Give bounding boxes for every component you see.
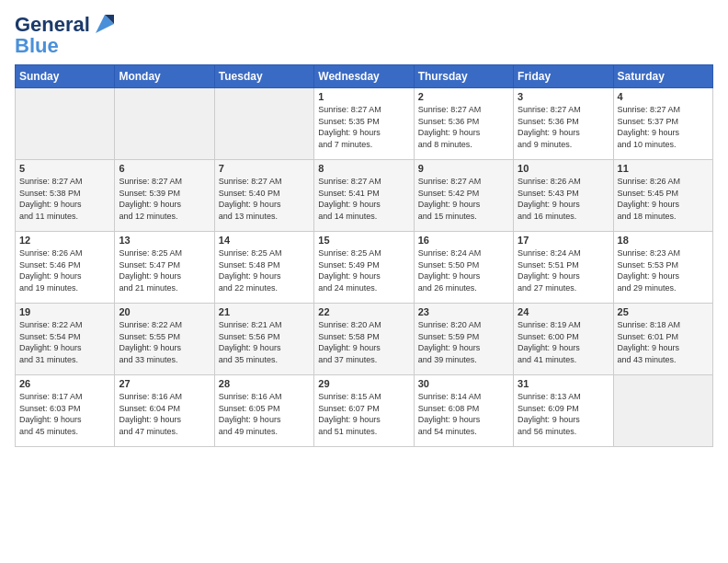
calendar-cell: 21Sunrise: 8:21 AM Sunset: 5:56 PM Dayli… (214, 304, 313, 375)
calendar-cell: 7Sunrise: 8:27 AM Sunset: 5:40 PM Daylig… (214, 160, 313, 232)
calendar-cell: 18Sunrise: 8:23 AM Sunset: 5:53 PM Dayli… (613, 232, 712, 304)
day-number: 2 (418, 91, 509, 102)
page-container: General Blue SundayMondayTuesdayWednesda… (0, 0, 728, 454)
week-row-2: 5Sunrise: 8:27 AM Sunset: 5:38 PM Daylig… (16, 160, 713, 232)
logo-text2: Blue (15, 35, 59, 57)
week-row-4: 19Sunrise: 8:22 AM Sunset: 5:54 PM Dayli… (16, 304, 713, 375)
calendar-cell: 23Sunrise: 8:20 AM Sunset: 5:59 PM Dayli… (414, 304, 513, 375)
day-info: Sunrise: 8:26 AM Sunset: 5:43 PM Dayligh… (518, 176, 609, 222)
day-number: 17 (518, 235, 609, 246)
day-info: Sunrise: 8:20 AM Sunset: 5:58 PM Dayligh… (318, 319, 409, 365)
day-number: 4 (618, 91, 709, 102)
logo: General Blue (15, 11, 118, 57)
day-number: 30 (418, 378, 509, 389)
calendar-cell: 13Sunrise: 8:25 AM Sunset: 5:47 PM Dayli… (115, 232, 214, 304)
logo-icon (92, 11, 118, 37)
day-info: Sunrise: 8:27 AM Sunset: 5:36 PM Dayligh… (518, 104, 609, 150)
calendar-cell: 31Sunrise: 8:13 AM Sunset: 6:09 PM Dayli… (514, 375, 613, 447)
day-info: Sunrise: 8:27 AM Sunset: 5:38 PM Dayligh… (19, 176, 110, 222)
day-number: 16 (418, 235, 509, 246)
day-info: Sunrise: 8:27 AM Sunset: 5:36 PM Dayligh… (418, 104, 509, 150)
calendar-cell: 19Sunrise: 8:22 AM Sunset: 5:54 PM Dayli… (16, 304, 115, 375)
calendar-cell: 11Sunrise: 8:26 AM Sunset: 5:45 PM Dayli… (613, 160, 712, 232)
calendar-cell: 28Sunrise: 8:16 AM Sunset: 6:05 PM Dayli… (214, 375, 313, 447)
day-number: 8 (318, 163, 409, 174)
day-info: Sunrise: 8:14 AM Sunset: 6:08 PM Dayligh… (418, 391, 509, 437)
day-number: 13 (119, 235, 210, 246)
weekday-header-sunday: Sunday (16, 65, 115, 88)
weekday-header-wednesday: Wednesday (314, 65, 414, 88)
calendar-cell: 4Sunrise: 8:27 AM Sunset: 5:37 PM Daylig… (613, 88, 712, 160)
calendar-cell: 24Sunrise: 8:19 AM Sunset: 6:00 PM Dayli… (514, 304, 613, 375)
day-info: Sunrise: 8:25 AM Sunset: 5:48 PM Dayligh… (219, 247, 310, 293)
calendar-cell: 29Sunrise: 8:15 AM Sunset: 6:07 PM Dayli… (314, 375, 414, 447)
calendar-cell: 1Sunrise: 8:27 AM Sunset: 5:35 PM Daylig… (314, 88, 414, 160)
day-info: Sunrise: 8:16 AM Sunset: 6:04 PM Dayligh… (119, 391, 210, 437)
day-number: 11 (618, 163, 709, 174)
day-number: 14 (219, 235, 310, 246)
calendar-cell: 30Sunrise: 8:14 AM Sunset: 6:08 PM Dayli… (414, 375, 513, 447)
day-info: Sunrise: 8:27 AM Sunset: 5:40 PM Dayligh… (219, 176, 310, 222)
weekday-header-monday: Monday (115, 65, 214, 88)
calendar-cell: 10Sunrise: 8:26 AM Sunset: 5:43 PM Dayli… (514, 160, 613, 232)
day-number: 21 (219, 306, 310, 317)
day-number: 9 (418, 163, 509, 174)
day-info: Sunrise: 8:22 AM Sunset: 5:55 PM Dayligh… (119, 319, 210, 365)
calendar-cell: 3Sunrise: 8:27 AM Sunset: 5:36 PM Daylig… (514, 88, 613, 160)
day-number: 27 (119, 378, 210, 389)
calendar-cell: 12Sunrise: 8:26 AM Sunset: 5:46 PM Dayli… (16, 232, 115, 304)
day-number: 22 (318, 306, 409, 317)
calendar-cell: 26Sunrise: 8:17 AM Sunset: 6:03 PM Dayli… (16, 375, 115, 447)
calendar-cell: 14Sunrise: 8:25 AM Sunset: 5:48 PM Dayli… (214, 232, 313, 304)
day-info: Sunrise: 8:25 AM Sunset: 5:47 PM Dayligh… (119, 247, 210, 293)
calendar-cell: 15Sunrise: 8:25 AM Sunset: 5:49 PM Dayli… (314, 232, 414, 304)
calendar-cell: 20Sunrise: 8:22 AM Sunset: 5:55 PM Dayli… (115, 304, 214, 375)
day-info: Sunrise: 8:27 AM Sunset: 5:42 PM Dayligh… (418, 176, 509, 222)
weekday-header-thursday: Thursday (414, 65, 513, 88)
day-number: 18 (618, 235, 709, 246)
day-info: Sunrise: 8:27 AM Sunset: 5:41 PM Dayligh… (318, 176, 409, 222)
day-number: 29 (318, 378, 409, 389)
day-info: Sunrise: 8:26 AM Sunset: 5:46 PM Dayligh… (19, 247, 110, 293)
calendar-cell (613, 375, 712, 447)
day-number: 25 (618, 306, 709, 317)
day-number: 5 (19, 163, 110, 174)
calendar-cell: 16Sunrise: 8:24 AM Sunset: 5:50 PM Dayli… (414, 232, 513, 304)
day-number: 31 (518, 378, 609, 389)
calendar-cell: 25Sunrise: 8:18 AM Sunset: 6:01 PM Dayli… (613, 304, 712, 375)
calendar-table: SundayMondayTuesdayWednesdayThursdayFrid… (15, 64, 713, 447)
calendar-cell: 17Sunrise: 8:24 AM Sunset: 5:51 PM Dayli… (514, 232, 613, 304)
calendar-cell: 8Sunrise: 8:27 AM Sunset: 5:41 PM Daylig… (314, 160, 414, 232)
day-info: Sunrise: 8:17 AM Sunset: 6:03 PM Dayligh… (19, 391, 110, 437)
header: General Blue (15, 11, 713, 57)
day-number: 12 (19, 235, 110, 246)
day-info: Sunrise: 8:19 AM Sunset: 6:00 PM Dayligh… (518, 319, 609, 365)
day-number: 10 (518, 163, 609, 174)
day-number: 20 (119, 306, 210, 317)
weekday-header-tuesday: Tuesday (214, 65, 313, 88)
day-number: 28 (219, 378, 310, 389)
day-info: Sunrise: 8:21 AM Sunset: 5:56 PM Dayligh… (219, 319, 310, 365)
day-number: 7 (219, 163, 310, 174)
day-info: Sunrise: 8:16 AM Sunset: 6:05 PM Dayligh… (219, 391, 310, 437)
calendar-cell (16, 88, 115, 160)
calendar-cell: 2Sunrise: 8:27 AM Sunset: 5:36 PM Daylig… (414, 88, 513, 160)
day-info: Sunrise: 8:27 AM Sunset: 5:35 PM Dayligh… (318, 104, 409, 150)
week-row-1: 1Sunrise: 8:27 AM Sunset: 5:35 PM Daylig… (16, 88, 713, 160)
day-number: 15 (318, 235, 409, 246)
day-number: 1 (318, 91, 409, 102)
day-info: Sunrise: 8:22 AM Sunset: 5:54 PM Dayligh… (19, 319, 110, 365)
day-number: 26 (19, 378, 110, 389)
day-info: Sunrise: 8:25 AM Sunset: 5:49 PM Dayligh… (318, 247, 409, 293)
calendar-cell: 27Sunrise: 8:16 AM Sunset: 6:04 PM Dayli… (115, 375, 214, 447)
day-info: Sunrise: 8:18 AM Sunset: 6:01 PM Dayligh… (618, 319, 709, 365)
calendar-cell: 6Sunrise: 8:27 AM Sunset: 5:39 PM Daylig… (115, 160, 214, 232)
week-row-3: 12Sunrise: 8:26 AM Sunset: 5:46 PM Dayli… (16, 232, 713, 304)
day-number: 24 (518, 306, 609, 317)
logo-text: General (15, 14, 90, 36)
day-info: Sunrise: 8:23 AM Sunset: 5:53 PM Dayligh… (618, 247, 709, 293)
day-info: Sunrise: 8:15 AM Sunset: 6:07 PM Dayligh… (318, 391, 409, 437)
calendar-cell: 9Sunrise: 8:27 AM Sunset: 5:42 PM Daylig… (414, 160, 513, 232)
weekday-header-row: SundayMondayTuesdayWednesdayThursdayFrid… (16, 65, 713, 88)
weekday-header-friday: Friday (514, 65, 613, 88)
